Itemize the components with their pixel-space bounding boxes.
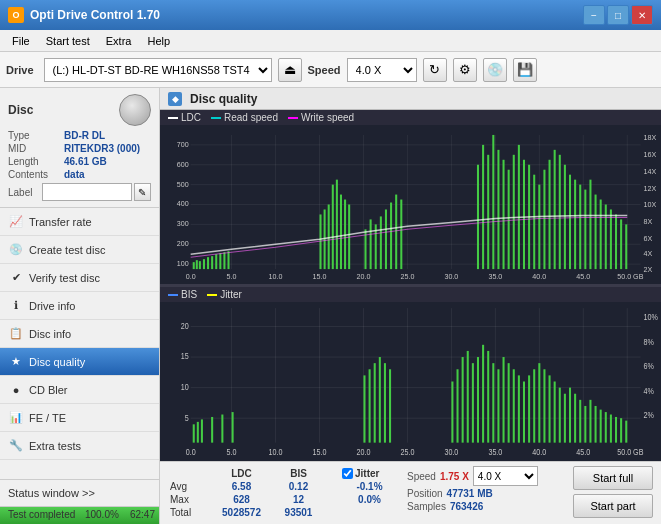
svg-rect-76	[503, 160, 505, 269]
svg-rect-95	[600, 200, 602, 270]
svg-text:2X: 2X	[644, 266, 653, 273]
svg-text:16X: 16X	[644, 151, 657, 158]
disc-quality-header: ◆ Disc quality	[160, 88, 661, 110]
svg-text:25.0: 25.0	[400, 447, 414, 457]
total-ldc: 5028572	[214, 507, 269, 518]
samples-label: Samples	[407, 501, 446, 512]
disc-type-value: BD-R DL	[64, 130, 105, 141]
svg-rect-70	[400, 200, 402, 270]
speed-value: 1.75 X	[440, 471, 469, 482]
svg-rect-142	[363, 375, 365, 442]
svg-text:300: 300	[177, 220, 189, 227]
sidebar-item-create-test-disc[interactable]: 💿 Create test disc	[0, 236, 159, 264]
svg-rect-98	[615, 214, 617, 269]
drive-label: Drive	[6, 64, 34, 76]
stats-speed-dropdown[interactable]: 4.0 X	[473, 466, 538, 486]
svg-rect-91	[579, 185, 581, 269]
svg-text:25.0: 25.0	[400, 273, 414, 280]
svg-text:100: 100	[177, 260, 189, 267]
bis-header: BIS	[271, 468, 326, 479]
svg-rect-152	[472, 363, 474, 443]
menu-extra[interactable]: Extra	[98, 33, 140, 49]
svg-text:35.0: 35.0	[488, 447, 502, 457]
svg-rect-176	[595, 406, 597, 443]
svg-rect-71	[477, 165, 479, 269]
svg-rect-143	[369, 369, 371, 442]
avg-bis: 0.12	[271, 481, 326, 492]
sidebar-item-transfer-rate[interactable]: 📈 Transfer rate	[0, 208, 159, 236]
start-full-button[interactable]: Start full	[573, 466, 653, 490]
svg-rect-138	[201, 419, 203, 442]
sidebar-item-cd-bler[interactable]: ● CD Bler	[0, 376, 159, 404]
drive-select[interactable]: (L:) HL-DT-ST BD-RE WH16NS58 TST4	[44, 58, 272, 82]
menu-start-test[interactable]: Start test	[38, 33, 98, 49]
svg-rect-136	[193, 424, 195, 442]
svg-text:12X: 12X	[644, 185, 657, 192]
disc-label-edit-button[interactable]: ✎	[134, 183, 151, 201]
refresh-button[interactable]: ↻	[423, 58, 447, 82]
svg-rect-169	[559, 388, 561, 443]
maximize-button[interactable]: □	[607, 5, 629, 25]
svg-rect-162	[523, 382, 525, 443]
svg-rect-53	[223, 252, 225, 269]
drive-info-icon: ℹ	[8, 298, 24, 314]
svg-text:4X: 4X	[644, 250, 653, 257]
svg-rect-175	[589, 400, 591, 443]
svg-text:45.0: 45.0	[576, 447, 590, 457]
window-controls: − □ ✕	[583, 5, 653, 25]
menu-file[interactable]: File	[4, 33, 38, 49]
position-label: Position	[407, 488, 443, 499]
sidebar-item-disc-quality[interactable]: ★ Disc quality	[0, 348, 159, 376]
svg-rect-99	[620, 219, 622, 269]
progress-bar-container: Test completed 100.0% 62:47	[0, 506, 159, 524]
svg-rect-83	[538, 185, 540, 269]
svg-text:4%: 4%	[644, 386, 654, 396]
svg-text:8%: 8%	[644, 337, 654, 347]
svg-rect-165	[538, 363, 540, 443]
legend-write-speed: Write speed	[288, 112, 354, 123]
save-button[interactable]: 💾	[513, 58, 537, 82]
menu-help[interactable]: Help	[139, 33, 178, 49]
settings-button[interactable]: ⚙	[453, 58, 477, 82]
svg-rect-164	[533, 369, 535, 442]
close-button[interactable]: ✕	[631, 5, 653, 25]
status-window-label: Status window >>	[8, 487, 95, 499]
svg-rect-148	[451, 382, 453, 443]
disc-label-label: Label	[8, 187, 42, 198]
status-window-button[interactable]: Status window >>	[0, 480, 159, 506]
svg-rect-49	[207, 257, 209, 269]
main-layout: Disc Type BD-R DL MID RITEKDR3 (000) Len…	[0, 88, 661, 524]
sidebar-item-disc-info[interactable]: 📋 Disc info	[0, 320, 159, 348]
legend-jitter: Jitter	[207, 289, 242, 300]
eject-button[interactable]: ⏏	[278, 58, 302, 82]
svg-text:0.0: 0.0	[186, 273, 196, 280]
speed-select[interactable]: 4.0 X	[347, 58, 417, 82]
svg-rect-178	[605, 412, 607, 443]
sidebar-item-extra-tests[interactable]: 🔧 Extra tests	[0, 432, 159, 460]
svg-rect-82	[533, 175, 535, 269]
sidebar-item-fe-te[interactable]: 📊 FE / TE	[0, 404, 159, 432]
svg-rect-89	[569, 175, 571, 269]
svg-rect-45	[193, 262, 195, 269]
svg-rect-144	[374, 363, 376, 443]
sidebar-item-label-disc-quality: Disc quality	[29, 356, 85, 368]
content-area: ◆ Disc quality LDC Read speed Write spee…	[160, 88, 661, 524]
jitter-checkbox[interactable]	[342, 468, 353, 479]
svg-rect-52	[219, 253, 221, 269]
verify-test-disc-icon: ✔	[8, 270, 24, 286]
app-title: Opti Drive Control 1.70	[30, 8, 583, 22]
svg-rect-151	[467, 351, 469, 443]
svg-rect-163	[528, 375, 530, 442]
avg-ldc: 6.58	[214, 481, 269, 492]
cd-bler-icon: ●	[8, 382, 24, 398]
disc-button[interactable]: 💿	[483, 58, 507, 82]
disc-label-input[interactable]	[42, 183, 132, 201]
minimize-button[interactable]: −	[583, 5, 605, 25]
svg-rect-88	[564, 165, 566, 269]
start-part-button[interactable]: Start part	[573, 494, 653, 518]
sidebar-item-drive-info[interactable]: ℹ Drive info	[0, 292, 159, 320]
svg-rect-72	[482, 145, 484, 269]
sidebar-item-verify-test-disc[interactable]: ✔ Verify test disc	[0, 264, 159, 292]
bottom-chart: 20 15 10 5 10% 8% 6% 4% 2% 0.0 5.0 10.0 …	[160, 302, 661, 461]
transfer-rate-icon: 📈	[8, 214, 24, 230]
